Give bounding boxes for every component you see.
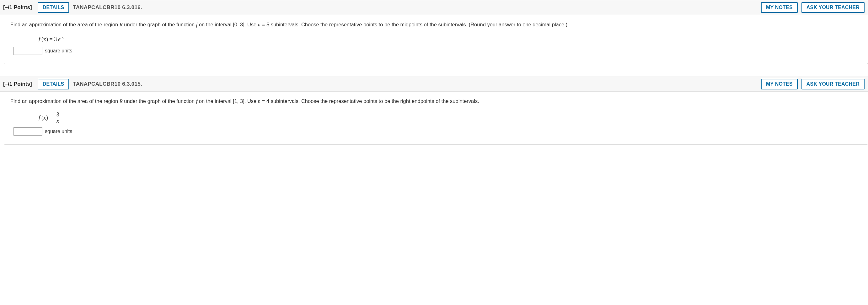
question-prompt: Find an approximation of the area of the… xyxy=(10,97,861,105)
question-2: [–/1 Points] DETAILS TANAPCALCBR10 6.3.0… xyxy=(0,77,868,145)
prompt-text: Find an approximation of the area of the… xyxy=(10,22,120,27)
ask-teacher-button[interactable]: ASK YOUR TEACHER xyxy=(802,2,865,13)
formula: f(x) = 3 x xyxy=(39,112,861,125)
question-1: [–/1 Points] DETAILS TANAPCALCBR10 6.3.0… xyxy=(0,0,868,64)
question-prompt: Find an approximation of the area of the… xyxy=(10,21,861,29)
question-header: [–/1 Points] DETAILS TANAPCALCBR10 6.3.0… xyxy=(0,0,868,15)
formula: f(x) = 3ex xyxy=(39,35,861,43)
formula-exp: x xyxy=(62,34,63,40)
question-body: Find an approximation of the area of the… xyxy=(4,15,868,64)
details-button[interactable]: DETAILS xyxy=(38,79,69,89)
answer-input[interactable] xyxy=(13,127,42,135)
question-code: TANAPCALCBR10 6.3.016. xyxy=(73,4,142,11)
formula-eq: (x) = xyxy=(41,114,53,122)
fraction: 3 x xyxy=(55,112,61,125)
question-body: Find an approximation of the area of the… xyxy=(4,92,868,145)
var-n: n xyxy=(258,98,260,104)
question-header: [–/1 Points] DETAILS TANAPCALCBR10 6.3.0… xyxy=(0,77,868,92)
fraction-numerator: 3 xyxy=(55,112,61,118)
formula-eq: (x) = 3 xyxy=(41,35,57,43)
prompt-text: on the interval [0, 3]. Use xyxy=(197,22,258,27)
units-label: square units xyxy=(45,128,72,135)
prompt-text: on the interval [1, 3]. Use xyxy=(197,98,258,104)
my-notes-button[interactable]: MY NOTES xyxy=(761,79,798,89)
units-label: square units xyxy=(45,47,72,55)
prompt-text: = 4 subintervals. Choose the representat… xyxy=(260,98,479,104)
prompt-text: under the graph of the function xyxy=(123,98,196,104)
prompt-text: = 5 subintervals. Choose the representat… xyxy=(260,22,567,27)
question-code: TANAPCALCBR10 6.3.015. xyxy=(73,81,142,87)
formula-e: e xyxy=(58,35,61,43)
ask-teacher-button[interactable]: ASK YOUR TEACHER xyxy=(802,79,865,89)
var-R: R xyxy=(120,22,123,28)
answer-row: square units xyxy=(13,47,861,55)
points-label: [–/1 Points] xyxy=(1,3,34,12)
points-label: [–/1 Points] xyxy=(1,80,34,89)
formula-f: f xyxy=(39,114,40,122)
answer-input[interactable] xyxy=(13,47,42,55)
my-notes-button[interactable]: MY NOTES xyxy=(761,2,798,13)
fraction-denominator: x xyxy=(55,118,60,124)
answer-row: square units xyxy=(13,127,861,135)
prompt-text: under the graph of the function xyxy=(123,22,196,27)
prompt-text: Find an approximation of the area of the… xyxy=(10,98,120,104)
var-R: R xyxy=(120,98,123,104)
formula-f: f xyxy=(39,35,40,43)
var-n: n xyxy=(258,22,260,28)
details-button[interactable]: DETAILS xyxy=(38,2,69,13)
